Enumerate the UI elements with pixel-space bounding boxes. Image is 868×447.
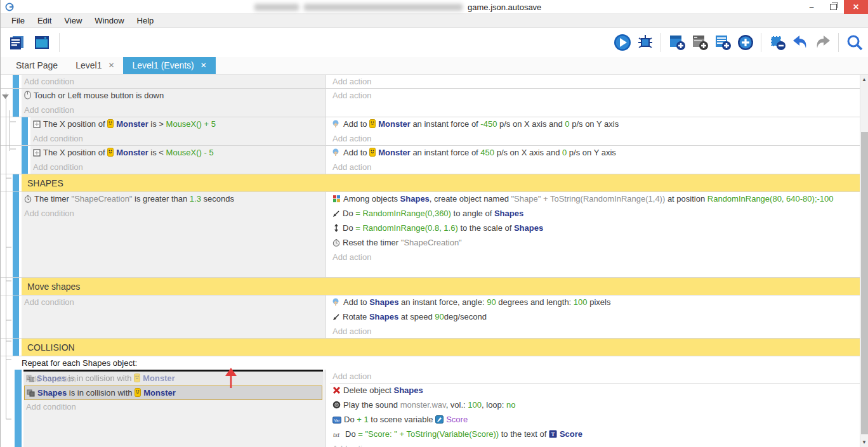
add-action-link[interactable]: Add action — [330, 132, 860, 145]
event-selection-bar[interactable] — [22, 117, 28, 145]
action-line[interactable]: VarDo + 1 to scene variable Score — [330, 413, 860, 427]
scene-editor-icon[interactable] — [32, 33, 51, 53]
add-condition-link[interactable]: Add condition — [22, 295, 326, 309]
vertical-scrollbar[interactable]: ▲ ▼ — [860, 75, 868, 447]
add-condition-link[interactable]: Add condition — [23, 400, 326, 413]
event-row[interactable]: Touch or Left mouse button is downAdd co… — [1, 89, 860, 117]
add-condition-link[interactable]: Add condition — [22, 103, 326, 117]
event-row[interactable]: Add conditionAdd action — [1, 75, 860, 89]
event-selection-bar[interactable] — [22, 146, 28, 174]
event-selection-bar[interactable] — [13, 75, 19, 88]
dragged-condition-ghost[interactable]: Shapes is in collision with Monster — [23, 372, 323, 385]
expression-value: 90 — [435, 312, 444, 321]
action-line[interactable]: Add to Monster an instant force of 450 p… — [330, 146, 860, 160]
gdevelop-window: game.json.autosave – ✕ File Edit View Wi… — [0, 0, 868, 447]
action-line[interactable]: Among objects Shapes, create object name… — [330, 192, 860, 207]
object-name: Shapes — [400, 194, 430, 204]
debug-icon[interactable] — [635, 32, 655, 52]
add-action-link[interactable]: Add action — [330, 250, 860, 264]
action-line[interactable]: Add to Shapes an instant force, angle: 9… — [330, 295, 860, 310]
add-action-link[interactable]: Add action — [330, 75, 860, 88]
scrollbar-thumb[interactable] — [861, 132, 868, 434]
object-name: Monster — [378, 119, 411, 129]
menu-help[interactable]: Help — [131, 15, 160, 27]
tab-level1[interactable]: Level1✕ — [67, 56, 123, 74]
var-icon: Var — [332, 414, 341, 427]
close-button[interactable]: ✕ — [844, 0, 868, 14]
action-line[interactable]: Add to Monster an instant force of -450 … — [330, 117, 860, 132]
text-segment: , vol.: — [446, 400, 468, 410]
condition-line[interactable]: The timer "ShapeCreation" is greater tha… — [22, 192, 326, 207]
undo-icon[interactable] — [790, 32, 810, 52]
object-name: Shapes — [514, 223, 543, 233]
action-line[interactable]: txtDo = "Score: " + ToString(Variable(Sc… — [330, 427, 860, 442]
menu-window[interactable]: Window — [89, 15, 129, 27]
text-segment: is — [148, 148, 159, 157]
drag-ghost-row: Add conditionShapes is in collision with… — [23, 372, 326, 385]
blurred-title-text — [254, 4, 299, 11]
comment-text: COLLISION — [22, 339, 860, 356]
action-line[interactable]: Do = RandomInRange(0.8, 1.6) to the scal… — [330, 221, 860, 236]
text-segment: at speed — [398, 312, 435, 321]
event-gutter — [1, 89, 22, 117]
selected-condition-row[interactable]: Shapes is in collision with Monster — [24, 385, 322, 400]
expression-value: + 1 — [357, 415, 368, 424]
search-icon[interactable] — [845, 32, 864, 52]
action-line[interactable]: Delete object Shapes — [330, 384, 860, 398]
restore-button[interactable] — [822, 0, 844, 14]
event-row[interactable]: Add conditionAdd to Shapes an instant fo… — [1, 295, 860, 339]
add-condition-link[interactable]: Add condition — [22, 75, 326, 88]
project-manager-icon[interactable] — [7, 33, 27, 53]
add-circle-icon[interactable] — [735, 32, 755, 52]
condition-line[interactable]: The X position of Monster is < MouseX() … — [30, 146, 326, 160]
condition-line[interactable]: The X position of Monster is > MouseX() … — [30, 117, 326, 132]
menu-edit[interactable]: Edit — [32, 15, 57, 27]
tab-start-page[interactable]: Start Page — [7, 56, 67, 74]
event-selection-bar[interactable] — [13, 295, 19, 338]
scroll-down-icon[interactable]: ▼ — [860, 437, 868, 447]
add-action-link[interactable]: Add action — [330, 160, 860, 174]
add-event-icon[interactable] — [667, 32, 687, 52]
action-line[interactable]: Play the sound monster.wav, vol.: 100, l… — [330, 398, 860, 413]
add-action-link[interactable]: Add action — [330, 325, 860, 338]
add-action-link[interactable]: Add action — [330, 89, 860, 102]
menu-view[interactable]: View — [58, 15, 88, 27]
event-selection-bar[interactable] — [13, 339, 19, 356]
action-line[interactable]: Reset the timer "ShapeCreation" — [330, 236, 860, 250]
minimize-button[interactable]: – — [801, 0, 822, 14]
comment-row[interactable]: SHAPES — [1, 174, 860, 192]
redo-icon[interactable] — [813, 32, 832, 52]
action-line[interactable]: Do = RandomInRange(0,360) to angle of Sh… — [330, 207, 860, 221]
event-selection-bar[interactable] — [13, 174, 19, 191]
add-condition-link[interactable]: Add condition — [30, 160, 326, 174]
add-condition-link[interactable]: Add condition — [30, 132, 326, 145]
add-subevent-icon[interactable] — [690, 32, 709, 52]
condition-line[interactable]: Touch or Left mouse button is down — [22, 89, 326, 103]
scroll-up-icon[interactable]: ▲ — [860, 75, 868, 84]
event-selection-bar[interactable] — [15, 370, 22, 447]
play-icon[interactable] — [612, 32, 632, 52]
delete-event-icon[interactable] — [767, 32, 787, 52]
action-line[interactable]: Rotate Shapes at speed 90deg/second — [330, 310, 860, 325]
event-selection-bar[interactable] — [13, 278, 19, 295]
comment-row[interactable]: Move shapes — [1, 278, 860, 295]
close-tab-icon[interactable]: ✕ — [108, 61, 114, 70]
event-row[interactable]: The X position of Monster is < MouseX() … — [1, 146, 860, 174]
event-row[interactable]: The timer "ShapeCreation" is greater tha… — [1, 192, 860, 278]
add-action-link[interactable]: Add action — [330, 442, 860, 447]
text-segment: Do — [343, 223, 355, 233]
text-segment: is — [148, 119, 159, 129]
event-row[interactable]: The X position of Monster is > MouseX() … — [1, 117, 860, 146]
tab-level1-events[interactable]: Level1 (Events)✕ — [123, 56, 215, 74]
event-selection-bar[interactable] — [13, 192, 19, 277]
text-segment: < — [159, 148, 166, 157]
text-segment: Delete object — [343, 385, 394, 395]
menu-file[interactable]: File — [6, 15, 30, 27]
event-selection-bar[interactable] — [13, 89, 19, 117]
add-condition-link[interactable]: Add condition — [22, 207, 326, 220]
add-comment-icon[interactable] — [713, 32, 732, 52]
comment-row[interactable]: COLLISION — [1, 339, 860, 356]
add-action-link[interactable]: Add action — [330, 370, 860, 384]
close-tab-icon[interactable]: ✕ — [201, 61, 207, 70]
foreach-header[interactable]: Repeat for each Shapes object: — [1, 356, 860, 370]
